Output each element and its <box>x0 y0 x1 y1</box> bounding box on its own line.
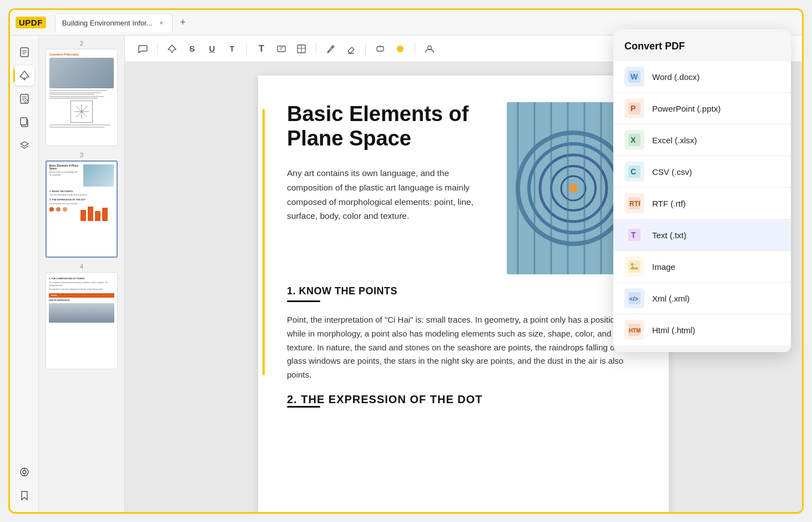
sidebar <box>10 36 39 512</box>
word-icon: W <box>624 67 644 87</box>
separator <box>316 43 316 55</box>
pdf-section1-body: Point, the interpretation of "Ci Hai" is… <box>287 313 640 382</box>
thumbnail-item: 4 3. THE COMPOSITION OF POINTS The compo… <box>43 263 120 369</box>
svg-text:HTML: HTML <box>629 328 640 334</box>
pdf-section1-title: 1. KNOW THE POINTS <box>287 285 640 297</box>
tab-title: Building Environment Infor... <box>62 19 153 27</box>
thumbnail-panel: 2 Geometric Philosophy <box>39 36 125 512</box>
svg-point-36 <box>569 184 578 193</box>
thumb-page-num: 4 <box>80 263 83 270</box>
convert-pdf-panel: Convert PDF W Word (.docx) P PowerPoint … <box>613 29 791 352</box>
highlight-button[interactable] <box>163 40 181 58</box>
convert-panel-title: Convert PDF <box>613 41 791 61</box>
sidebar-edit-btn[interactable] <box>14 89 34 109</box>
app-frame: UPDF Building Environment Infor... × + <box>8 8 804 514</box>
text-box-button[interactable] <box>273 40 290 58</box>
convert-image-label: Image <box>652 262 675 272</box>
underline-button[interactable]: U <box>203 40 221 58</box>
svg-text:C: C <box>631 167 636 176</box>
sidebar-bottom <box>14 462 34 505</box>
app-logo: UPDF <box>16 17 46 28</box>
convert-word-item[interactable]: W Word (.docx) <box>613 61 791 93</box>
document-tab[interactable]: Building Environment Infor... × <box>55 13 173 32</box>
shape-button[interactable] <box>371 40 389 58</box>
sidebar-bookmark-btn[interactable] <box>14 485 34 505</box>
separator <box>365 43 366 55</box>
convert-powerpoint-label: PowerPoint (.pptx) <box>652 104 720 113</box>
page-accent <box>263 109 265 375</box>
convert-xml-label: Xml (.xml) <box>652 294 690 303</box>
sidebar-copy-btn[interactable] <box>14 112 34 132</box>
convert-rtf-item[interactable]: RTF RTF (.rtf) <box>613 188 791 219</box>
sidebar-highlight-btn[interactable] <box>14 66 34 86</box>
strikethrough-button[interactable]: S <box>183 40 201 58</box>
thumb-page-num: 2 <box>80 40 83 47</box>
svg-text:</>: </> <box>629 295 638 302</box>
separator <box>415 43 415 55</box>
html-icon: HTML <box>624 320 644 340</box>
convert-xml-item[interactable]: </> Xml (.xml) <box>613 283 791 314</box>
convert-excel-item[interactable]: X Excel (.xlsx) <box>613 124 791 156</box>
powerpoint-icon: P <box>624 98 644 118</box>
eraser-button[interactable] <box>342 40 360 58</box>
image-icon <box>624 257 644 277</box>
pdf-section2-title: 2. THE EXPRESSION OF THE DOT <box>287 393 640 406</box>
color-picker-button[interactable] <box>391 40 409 58</box>
pen-button[interactable] <box>322 40 340 58</box>
separator <box>246 43 247 55</box>
convert-csv-item[interactable]: C CSV (.csv) <box>613 156 791 188</box>
svg-text:W: W <box>631 72 638 81</box>
section-underline <box>287 300 320 302</box>
svg-text:P: P <box>631 104 636 113</box>
text-icon: T <box>624 225 644 245</box>
convert-excel-label: Excel (.xlsx) <box>652 135 697 145</box>
thumbnail-page-3[interactable]: Basic Elements of Plane Space Any art co… <box>46 160 118 258</box>
section2-underline <box>287 406 320 408</box>
text-small-button[interactable]: T <box>223 40 241 58</box>
convert-text-label: Text (.txt) <box>652 230 687 240</box>
svg-point-58 <box>631 263 634 266</box>
svg-rect-26 <box>377 47 384 51</box>
convert-powerpoint-item[interactable]: P PowerPoint (.pptx) <box>613 93 791 124</box>
svg-text:RTF: RTF <box>629 200 640 208</box>
separator <box>157 43 158 55</box>
svg-rect-19 <box>278 46 285 52</box>
svg-text:X: X <box>631 135 636 144</box>
convert-html-label: Html (.html) <box>652 325 695 335</box>
user-button[interactable] <box>421 40 438 58</box>
thumbnail-item: 3 Basic Elements of Plane Space Any art … <box>43 152 120 258</box>
tab-close-button[interactable]: × <box>157 18 165 27</box>
svg-rect-57 <box>628 260 640 273</box>
svg-text:T: T <box>631 230 636 239</box>
sidebar-pages-btn[interactable] <box>14 42 34 62</box>
svg-rect-10 <box>21 118 27 125</box>
thumb-page-num: 3 <box>80 152 83 158</box>
comment-button[interactable] <box>134 40 152 58</box>
convert-image-item[interactable]: Image <box>613 251 791 283</box>
svg-point-12 <box>23 470 26 474</box>
convert-word-label: Word (.docx) <box>652 72 700 82</box>
table-button[interactable] <box>292 40 310 58</box>
csv-icon: C <box>624 162 644 182</box>
svg-point-27 <box>397 46 404 52</box>
sidebar-layers-btn[interactable] <box>14 135 34 155</box>
convert-text-item[interactable]: T Text (.txt) <box>613 219 791 251</box>
new-tab-button[interactable]: + <box>175 15 190 31</box>
thumbnail-item: 2 Geometric Philosophy <box>43 40 120 146</box>
convert-rtf-label: RTF (.rtf) <box>652 199 686 208</box>
text-large-button[interactable]: T <box>253 40 270 58</box>
convert-html-item[interactable]: HTML Html (.html) <box>613 314 791 345</box>
convert-csv-label: CSV (.csv) <box>652 167 692 177</box>
excel-icon: X <box>624 130 644 150</box>
pdf-page: Basic Elements ofPlane Space Any art con… <box>258 76 669 512</box>
rtf-icon: RTF <box>624 193 644 213</box>
thumbnail-page-2[interactable]: Geometric Philosophy <box>46 49 118 146</box>
sidebar-stack-btn[interactable] <box>14 462 34 482</box>
thumbnail-page-4[interactable]: 3. THE COMPOSITION OF POINTS The composi… <box>46 272 118 369</box>
xml-icon: </> <box>624 288 644 308</box>
